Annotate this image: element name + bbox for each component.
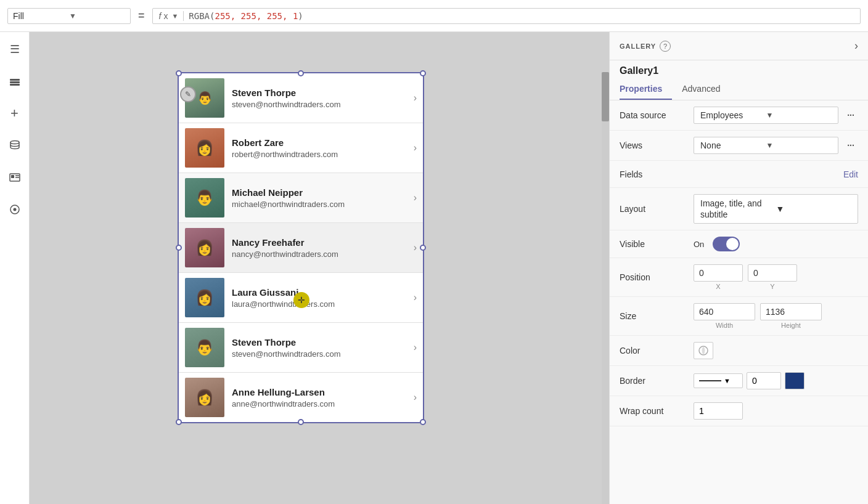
move-cursor-icon[interactable]: ✛ xyxy=(293,292,309,308)
border-control: ▼ xyxy=(694,372,858,389)
avatar: 👩 xyxy=(185,228,224,267)
list-item[interactable]: 👩 Anne Hellung-Larsen anne@northwindtrad… xyxy=(179,373,423,422)
handle-middle-left[interactable] xyxy=(176,245,182,251)
fx-chevron: ▼ xyxy=(171,12,178,20)
fill-label: Fill xyxy=(13,11,69,21)
fields-control: Edit xyxy=(694,169,858,179)
toggle-on-text: On xyxy=(694,240,704,249)
border-label: Border xyxy=(620,376,694,386)
data-source-dropdown[interactable]: Employees ▼ xyxy=(694,107,838,124)
list-item[interactable]: 👨 Steven Thorpe steven@northwindtraders.… xyxy=(179,73,423,123)
border-style-btn[interactable]: ▼ xyxy=(694,373,743,388)
chevron-right-icon: › xyxy=(414,92,417,104)
item-email: steven@northwindtraders.com xyxy=(232,349,414,359)
tools-icon[interactable] xyxy=(5,200,25,219)
prop-color: Color xyxy=(610,336,868,366)
fields-label: Fields xyxy=(620,169,694,179)
list-item[interactable]: 👨 Steven Thorpe steven@northwindtraders.… xyxy=(179,323,423,373)
handle-bottom-left[interactable] xyxy=(176,419,182,425)
views-options-btn[interactable]: ··· xyxy=(843,138,858,153)
handle-middle-right[interactable] xyxy=(420,245,426,251)
item-name: Steven Thorpe xyxy=(232,87,414,98)
border-width-input[interactable] xyxy=(747,372,781,389)
list-item[interactable]: 👩 Robert Zare robert@northwindtraders.co… xyxy=(179,123,423,173)
help-icon[interactable]: ? xyxy=(660,41,671,52)
handle-top-left[interactable] xyxy=(176,70,182,76)
item-name: Laura Giussani xyxy=(232,287,414,298)
prop-size: Size Width Height xyxy=(610,297,868,336)
panel-nav-arrow[interactable]: › xyxy=(854,39,858,52)
chevron-right-icon: › xyxy=(414,392,417,403)
views-control: None ▼ ··· xyxy=(694,137,858,154)
position-y-input[interactable] xyxy=(748,264,797,282)
tab-advanced[interactable]: Advanced xyxy=(682,79,730,100)
database-icon[interactable] xyxy=(5,136,25,155)
views-label: Views xyxy=(620,140,694,150)
layout-dropdown[interactable]: Image, title, and subtitle ▼ xyxy=(694,194,858,224)
prop-fields: Fields Edit xyxy=(610,161,868,188)
position-y-label: Y xyxy=(770,283,774,290)
fields-edit-link[interactable]: Edit xyxy=(843,169,858,179)
panel-tabs: Properties Advanced xyxy=(610,79,868,100)
wrap-count-input[interactable] xyxy=(694,402,743,420)
data-source-chevron: ▼ xyxy=(766,111,832,120)
size-control: Width Height xyxy=(694,303,858,329)
position-control: X Y xyxy=(694,264,858,290)
tab-properties[interactable]: Properties xyxy=(620,79,672,100)
add-icon[interactable]: + xyxy=(5,104,25,123)
item-name: Steven Thorpe xyxy=(232,337,414,348)
prop-views: Views None ▼ ··· xyxy=(610,131,868,161)
scrollbar-thumb[interactable] xyxy=(602,72,609,121)
handle-top-right[interactable] xyxy=(420,70,426,76)
prop-position: Position X Y xyxy=(610,258,868,297)
list-item[interactable]: 👩 Nancy Freehafer nancy@northwindtraders… xyxy=(179,223,423,273)
size-height-input[interactable] xyxy=(760,303,822,320)
item-email: michael@northwindtraders.com xyxy=(232,200,414,209)
panel-header: GALLERY ? › xyxy=(610,32,868,60)
handle-bottom-center[interactable] xyxy=(298,419,304,425)
svg-point-3 xyxy=(10,141,19,144)
color-swatch-btn[interactable] xyxy=(694,342,713,359)
panel-component-name: Gallery1 xyxy=(610,60,868,76)
formula-bar[interactable]: f x ▼ RGBA(255, 255, 255, 1) xyxy=(152,8,861,24)
size-inputs: Width Height xyxy=(694,303,822,329)
top-bar: Fill ▼ = f x ▼ RGBA(255, 255, 255, 1) xyxy=(0,0,868,32)
item-info: Michael Neipper michael@northwindtraders… xyxy=(232,187,414,209)
item-info: Laura Giussani laura@northwindtraders.co… xyxy=(232,287,414,309)
layers-icon[interactable] xyxy=(5,71,25,91)
item-email: laura@northwindtraders.com xyxy=(232,299,414,309)
formula-rgba-nums: 255, 255, 255, xyxy=(215,11,287,21)
color-control xyxy=(694,342,858,359)
avatar: 👩 xyxy=(185,378,224,417)
views-chevron: ▼ xyxy=(766,141,832,150)
size-width-input[interactable] xyxy=(694,303,755,320)
fill-dropdown[interactable]: Fill ▼ xyxy=(7,8,131,24)
x-symbol: x xyxy=(163,11,168,21)
position-x-input[interactable] xyxy=(694,264,743,282)
handle-bottom-right[interactable] xyxy=(420,419,426,425)
scrollbar-track[interactable] xyxy=(602,72,609,504)
chevron-right-icon: › xyxy=(414,242,417,253)
data-source-label: Data source xyxy=(620,110,694,120)
prop-wrap-count: Wrap count xyxy=(610,396,868,426)
visible-toggle[interactable] xyxy=(713,237,740,251)
size-width-label: Width xyxy=(716,322,733,329)
formula-rgba-one: 1 xyxy=(287,11,298,21)
svg-rect-0 xyxy=(10,79,20,81)
list-item[interactable]: 👨 Michael Neipper michael@northwindtrade… xyxy=(179,173,423,223)
canvas-area: ✎ ✛ 👨 xyxy=(30,32,609,504)
fx-label: f x ▼ xyxy=(159,11,184,21)
media-icon[interactable] xyxy=(5,168,25,187)
gallery-wrapper: ✛ 👨 Steven Thorpe steven@northwindtrader… xyxy=(178,72,424,423)
visible-control: On xyxy=(694,237,858,251)
position-inputs: X Y xyxy=(694,264,858,290)
data-source-options-btn[interactable]: ··· xyxy=(843,108,858,123)
main-layout: ☰ + ✎ xyxy=(0,32,868,504)
views-dropdown[interactable]: None ▼ xyxy=(694,137,838,154)
border-color-swatch[interactable] xyxy=(785,372,805,389)
handle-top-center[interactable] xyxy=(298,70,304,76)
position-x-group: X xyxy=(694,264,743,290)
item-email: steven@northwindtraders.com xyxy=(232,100,414,109)
menu-icon[interactable]: ☰ xyxy=(5,39,25,59)
edit-icon-overlay[interactable]: ✎ xyxy=(180,86,196,102)
